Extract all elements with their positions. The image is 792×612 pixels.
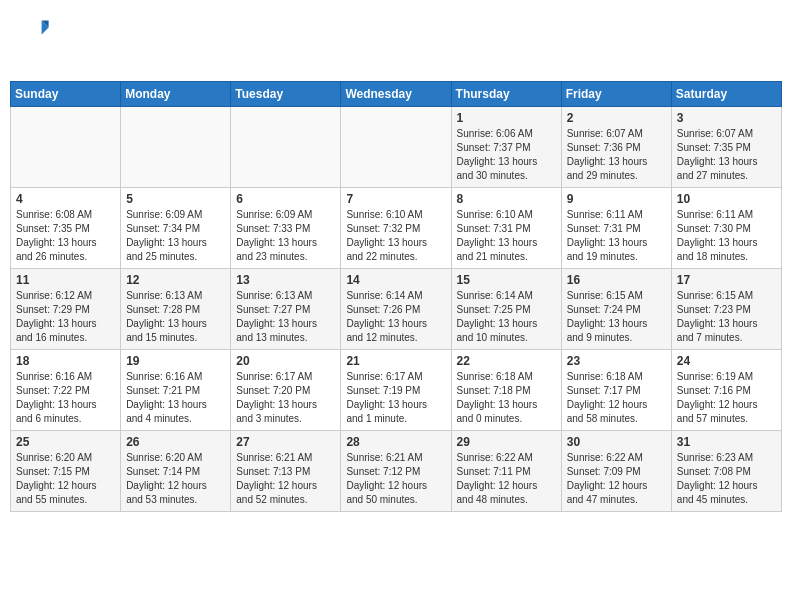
- day-info: Sunrise: 6:09 AM Sunset: 7:33 PM Dayligh…: [236, 208, 335, 264]
- calendar-cell: 26Sunrise: 6:20 AM Sunset: 7:14 PM Dayli…: [121, 430, 231, 511]
- day-number: 27: [236, 435, 335, 449]
- calendar-cell: 6Sunrise: 6:09 AM Sunset: 7:33 PM Daylig…: [231, 187, 341, 268]
- day-info: Sunrise: 6:16 AM Sunset: 7:21 PM Dayligh…: [126, 370, 225, 426]
- calendar-cell: 13Sunrise: 6:13 AM Sunset: 7:27 PM Dayli…: [231, 268, 341, 349]
- day-info: Sunrise: 6:15 AM Sunset: 7:23 PM Dayligh…: [677, 289, 776, 345]
- day-info: Sunrise: 6:07 AM Sunset: 7:36 PM Dayligh…: [567, 127, 666, 183]
- day-number: 20: [236, 354, 335, 368]
- day-info: Sunrise: 6:22 AM Sunset: 7:11 PM Dayligh…: [457, 451, 556, 507]
- calendar-cell: 27Sunrise: 6:21 AM Sunset: 7:13 PM Dayli…: [231, 430, 341, 511]
- day-info: Sunrise: 6:15 AM Sunset: 7:24 PM Dayligh…: [567, 289, 666, 345]
- calendar-week-row: 25Sunrise: 6:20 AM Sunset: 7:15 PM Dayli…: [11, 430, 782, 511]
- calendar-cell: 14Sunrise: 6:14 AM Sunset: 7:26 PM Dayli…: [341, 268, 451, 349]
- calendar-cell: 5Sunrise: 6:09 AM Sunset: 7:34 PM Daylig…: [121, 187, 231, 268]
- day-number: 10: [677, 192, 776, 206]
- day-info: Sunrise: 6:17 AM Sunset: 7:20 PM Dayligh…: [236, 370, 335, 426]
- weekday-header: Friday: [561, 81, 671, 106]
- calendar-cell: 19Sunrise: 6:16 AM Sunset: 7:21 PM Dayli…: [121, 349, 231, 430]
- day-number: 29: [457, 435, 556, 449]
- day-number: 6: [236, 192, 335, 206]
- day-info: Sunrise: 6:06 AM Sunset: 7:37 PM Dayligh…: [457, 127, 556, 183]
- calendar-cell: 16Sunrise: 6:15 AM Sunset: 7:24 PM Dayli…: [561, 268, 671, 349]
- calendar-cell: 7Sunrise: 6:10 AM Sunset: 7:32 PM Daylig…: [341, 187, 451, 268]
- day-number: 12: [126, 273, 225, 287]
- calendar-cell: 8Sunrise: 6:10 AM Sunset: 7:31 PM Daylig…: [451, 187, 561, 268]
- day-number: 7: [346, 192, 445, 206]
- day-info: Sunrise: 6:21 AM Sunset: 7:13 PM Dayligh…: [236, 451, 335, 507]
- calendar-week-row: 11Sunrise: 6:12 AM Sunset: 7:29 PM Dayli…: [11, 268, 782, 349]
- weekday-header: Monday: [121, 81, 231, 106]
- day-info: Sunrise: 6:12 AM Sunset: 7:29 PM Dayligh…: [16, 289, 115, 345]
- day-info: Sunrise: 6:14 AM Sunset: 7:25 PM Dayligh…: [457, 289, 556, 345]
- day-number: 13: [236, 273, 335, 287]
- weekday-header: Saturday: [671, 81, 781, 106]
- day-number: 31: [677, 435, 776, 449]
- calendar-week-row: 18Sunrise: 6:16 AM Sunset: 7:22 PM Dayli…: [11, 349, 782, 430]
- calendar-cell: [11, 106, 121, 187]
- day-number: 17: [677, 273, 776, 287]
- day-info: Sunrise: 6:10 AM Sunset: 7:31 PM Dayligh…: [457, 208, 556, 264]
- calendar-cell: 30Sunrise: 6:22 AM Sunset: 7:09 PM Dayli…: [561, 430, 671, 511]
- day-info: Sunrise: 6:11 AM Sunset: 7:30 PM Dayligh…: [677, 208, 776, 264]
- day-info: Sunrise: 6:17 AM Sunset: 7:19 PM Dayligh…: [346, 370, 445, 426]
- logo: [20, 15, 50, 66]
- day-number: 26: [126, 435, 225, 449]
- day-number: 30: [567, 435, 666, 449]
- day-info: Sunrise: 6:08 AM Sunset: 7:35 PM Dayligh…: [16, 208, 115, 264]
- calendar-cell: 10Sunrise: 6:11 AM Sunset: 7:30 PM Dayli…: [671, 187, 781, 268]
- day-number: 1: [457, 111, 556, 125]
- day-info: Sunrise: 6:07 AM Sunset: 7:35 PM Dayligh…: [677, 127, 776, 183]
- day-info: Sunrise: 6:11 AM Sunset: 7:31 PM Dayligh…: [567, 208, 666, 264]
- calendar-week-row: 1Sunrise: 6:06 AM Sunset: 7:37 PM Daylig…: [11, 106, 782, 187]
- day-number: 11: [16, 273, 115, 287]
- day-info: Sunrise: 6:16 AM Sunset: 7:22 PM Dayligh…: [16, 370, 115, 426]
- calendar-cell: [231, 106, 341, 187]
- day-info: Sunrise: 6:13 AM Sunset: 7:28 PM Dayligh…: [126, 289, 225, 345]
- day-info: Sunrise: 6:19 AM Sunset: 7:16 PM Dayligh…: [677, 370, 776, 426]
- day-info: Sunrise: 6:20 AM Sunset: 7:14 PM Dayligh…: [126, 451, 225, 507]
- day-info: Sunrise: 6:20 AM Sunset: 7:15 PM Dayligh…: [16, 451, 115, 507]
- weekday-header: Thursday: [451, 81, 561, 106]
- day-number: 14: [346, 273, 445, 287]
- calendar-table: SundayMondayTuesdayWednesdayThursdayFrid…: [10, 81, 782, 512]
- day-number: 23: [567, 354, 666, 368]
- day-info: Sunrise: 6:18 AM Sunset: 7:17 PM Dayligh…: [567, 370, 666, 426]
- calendar-cell: 12Sunrise: 6:13 AM Sunset: 7:28 PM Dayli…: [121, 268, 231, 349]
- calendar-cell: 22Sunrise: 6:18 AM Sunset: 7:18 PM Dayli…: [451, 349, 561, 430]
- day-number: 18: [16, 354, 115, 368]
- calendar-cell: 4Sunrise: 6:08 AM Sunset: 7:35 PM Daylig…: [11, 187, 121, 268]
- day-info: Sunrise: 6:14 AM Sunset: 7:26 PM Dayligh…: [346, 289, 445, 345]
- day-number: 25: [16, 435, 115, 449]
- calendar-cell: 1Sunrise: 6:06 AM Sunset: 7:37 PM Daylig…: [451, 106, 561, 187]
- day-info: Sunrise: 6:22 AM Sunset: 7:09 PM Dayligh…: [567, 451, 666, 507]
- day-info: Sunrise: 6:18 AM Sunset: 7:18 PM Dayligh…: [457, 370, 556, 426]
- day-number: 22: [457, 354, 556, 368]
- day-number: 8: [457, 192, 556, 206]
- day-number: 9: [567, 192, 666, 206]
- day-number: 16: [567, 273, 666, 287]
- day-info: Sunrise: 6:21 AM Sunset: 7:12 PM Dayligh…: [346, 451, 445, 507]
- calendar-cell: 2Sunrise: 6:07 AM Sunset: 7:36 PM Daylig…: [561, 106, 671, 187]
- day-number: 15: [457, 273, 556, 287]
- weekday-header: Tuesday: [231, 81, 341, 106]
- calendar-cell: 17Sunrise: 6:15 AM Sunset: 7:23 PM Dayli…: [671, 268, 781, 349]
- day-number: 4: [16, 192, 115, 206]
- day-number: 2: [567, 111, 666, 125]
- calendar-cell: 18Sunrise: 6:16 AM Sunset: 7:22 PM Dayli…: [11, 349, 121, 430]
- day-info: Sunrise: 6:23 AM Sunset: 7:08 PM Dayligh…: [677, 451, 776, 507]
- day-number: 3: [677, 111, 776, 125]
- calendar-cell: 25Sunrise: 6:20 AM Sunset: 7:15 PM Dayli…: [11, 430, 121, 511]
- day-number: 5: [126, 192, 225, 206]
- calendar-cell: 28Sunrise: 6:21 AM Sunset: 7:12 PM Dayli…: [341, 430, 451, 511]
- calendar-cell: 11Sunrise: 6:12 AM Sunset: 7:29 PM Dayli…: [11, 268, 121, 349]
- calendar-header-row: SundayMondayTuesdayWednesdayThursdayFrid…: [11, 81, 782, 106]
- day-number: 21: [346, 354, 445, 368]
- day-number: 19: [126, 354, 225, 368]
- calendar-cell: 23Sunrise: 6:18 AM Sunset: 7:17 PM Dayli…: [561, 349, 671, 430]
- calendar-week-row: 4Sunrise: 6:08 AM Sunset: 7:35 PM Daylig…: [11, 187, 782, 268]
- day-info: Sunrise: 6:10 AM Sunset: 7:32 PM Dayligh…: [346, 208, 445, 264]
- calendar-cell: [341, 106, 451, 187]
- calendar-cell: 31Sunrise: 6:23 AM Sunset: 7:08 PM Dayli…: [671, 430, 781, 511]
- calendar-cell: 24Sunrise: 6:19 AM Sunset: 7:16 PM Dayli…: [671, 349, 781, 430]
- weekday-header: Sunday: [11, 81, 121, 106]
